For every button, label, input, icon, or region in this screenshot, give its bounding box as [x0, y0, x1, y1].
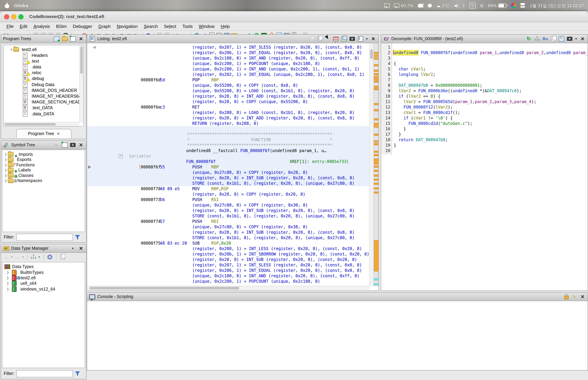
dtm-windows-icon[interactable] [59, 254, 66, 260]
import-symbols-icon[interactable] [62, 142, 68, 148]
graph-icon[interactable] [534, 36, 540, 42]
listing-row[interactable]: (register, 0x207, 1) = INT_SLESS (regist… [87, 45, 369, 50]
dtm-menu-icon[interactable]: ▼ [70, 245, 76, 251]
decompile-line[interactable]: 20 [381, 148, 587, 153]
bookmark-marker[interactable] [374, 283, 379, 285]
change-marker[interactable] [374, 191, 379, 193]
change-marker[interactable] [374, 174, 379, 177]
close-panel-icon[interactable]: ✕ [580, 36, 586, 42]
cursor-location-icon[interactable] [325, 36, 331, 42]
listing-row[interactable]: STORE (const, 0x1b1, 8), (register, 0x20… [87, 235, 369, 241]
bookmark-marker[interactable] [374, 278, 379, 280]
expand-fields-icon[interactable] [333, 36, 339, 42]
tree-item[interactable]: IMAGE_SECTION_HEADI [23, 99, 82, 105]
listing-row[interactable]: (unique, 0x2c200, 1) = POPCOUNT (unique,… [87, 61, 369, 66]
menu-analysis[interactable]: Analysis [30, 23, 53, 29]
close-panel-icon[interactable]: ✕ [78, 36, 84, 42]
decompile-line[interactable]: 7 [381, 77, 587, 83]
menubar-clock[interactable]: 1월 31일 (토) 오전 11:02:27 [530, 2, 584, 9]
listing-row[interactable]: (register, 0x20, 8) = INT_ADD (register,… [87, 115, 369, 121]
menu-bsim[interactable]: BSim [53, 23, 70, 29]
edit-icon[interactable] [558, 36, 565, 42]
filter-funnel-icon[interactable] [75, 235, 80, 240]
listing-view[interactable]: (register, 0x207, 1) = INT_SLESS (regist… [87, 43, 369, 286]
listing-row[interactable]: RETURN (register, 0x288, 8) [87, 121, 369, 126]
decompile-view[interactable]: 12undefined8 FUN_00008f6f(undefined8 par… [381, 43, 587, 290]
menu-help[interactable]: Help [218, 23, 233, 29]
listing-hscroll[interactable] [87, 286, 369, 290]
change-marker[interactable] [374, 55, 379, 57]
notification-bubble-icon[interactable] [428, 4, 432, 7]
snapshot-icon[interactable] [349, 36, 355, 42]
bluetooth-icon[interactable]: ᛒ [463, 3, 465, 8]
link-icon[interactable]: ⧉ [480, 3, 483, 8]
listing-row[interactable]: (register, 0x206, 1) = INT_EQUAL (regist… [87, 268, 369, 273]
tree-item[interactable]: .text_DATA [23, 105, 53, 111]
listing-row[interactable]: ****************************************… [87, 143, 369, 148]
change-marker[interactable] [374, 81, 379, 83]
dtm-item-uefi_x64[interactable]: ❯uefi_x64 [6, 281, 37, 286]
menu-debugger[interactable]: Debugger [70, 23, 95, 29]
menu-tools[interactable]: Tools [179, 23, 196, 29]
battery-status[interactable]: 69% [488, 3, 506, 8]
weather-status[interactable]: ☁2°C [436, 3, 450, 8]
symbol-tree-item-functions[interactable]: ❯fFunctions [4, 162, 35, 168]
listing-row[interactable]: (register, 0x200, 1) = INT_LESS (registe… [87, 246, 369, 251]
decompile-line[interactable]: 6 longlong lVar2; [381, 72, 587, 77]
grammar-status-icon[interactable] [384, 3, 390, 8]
listing-row[interactable]: (unique, 0x2c180, 8) = INT_AND (register… [87, 273, 369, 279]
dtm-gear-icon[interactable] [47, 254, 53, 260]
console-output[interactable] [87, 301, 587, 370]
program-tree-hscroll[interactable] [4, 122, 80, 126]
tree-item[interactable]: .debug [23, 76, 44, 82]
listing-row-instr[interactable]: 00008f6ec3RET [87, 104, 369, 110]
window-titlebar[interactable]: CodeBrowser(2): rust_test:/test2.efi [0, 11, 588, 22]
change-marker[interactable] [374, 188, 379, 190]
tree-item[interactable]: .data_DATA [23, 111, 54, 117]
change-marker[interactable] [374, 109, 379, 111]
listing-row-instr[interactable]: 00008f7457PUSHRDI [87, 219, 369, 224]
change-marker[interactable] [374, 57, 379, 59]
menu-select[interactable]: Select [161, 23, 179, 29]
decompile-line[interactable]: 4{ [381, 61, 587, 66]
decompile-line[interactable]: 12 FUN_00008f12(lVar2); [381, 104, 587, 110]
dtm-header[interactable]: DT Data Type Manager ▼ ✕ [1, 244, 86, 253]
change-marker[interactable] [374, 170, 379, 172]
change-marker[interactable] [374, 73, 379, 75]
change-marker[interactable] [374, 154, 379, 156]
tree-item[interactable]: Headers [23, 52, 48, 58]
new-tree-icon[interactable] [54, 36, 59, 42]
listing-row[interactable]: STORE (const, 0x1b1, 8), (register, 0x20… [87, 213, 369, 219]
listing-row[interactable]: (register, 0x20, 8) = INT_SUB (register,… [87, 208, 369, 213]
tree-item[interactable]: Debug Data [23, 82, 54, 87]
listing-row[interactable]: (register, 0x288, 8) = LOAD (const, 0x1b… [87, 110, 369, 115]
change-marker[interactable] [374, 123, 379, 128]
filter-funnel-icon[interactable] [75, 371, 80, 376]
tab-close-icon[interactable]: ✕ [57, 132, 60, 136]
listing-row[interactable]: (unique, 0x27c80, 8) = COPY (register, 0… [87, 224, 369, 230]
menu-file[interactable]: File [3, 23, 17, 29]
listing-row[interactable]: FUN_00008f6fXREF[1]:entry:0005e733( [87, 159, 369, 164]
symbol-tree-item-exports[interactable]: ❯Exports [4, 157, 32, 162]
dtm-forward-icon[interactable]: → [14, 254, 20, 260]
menu-window[interactable]: Window [196, 23, 218, 29]
decompile-header[interactable]: Cf Decompile: FUN_00008f6f - (test2.efi)… [381, 35, 588, 43]
listing-row[interactable]: undefined8 __fastcall FUN_00008f6f(undef… [87, 148, 369, 153]
control-center-icon[interactable] [520, 3, 525, 8]
listing-row[interactable]: (unique, 0x27c80, 8) = COPY (register, 0… [87, 170, 369, 175]
listing-row[interactable]: * FUNCTION * [87, 137, 369, 143]
import-tree-icon[interactable] [70, 36, 76, 42]
decompile-line[interactable]: 5 char cVar1; [381, 66, 587, 72]
listing-row[interactable]: +Variables [87, 153, 369, 159]
change-marker[interactable] [374, 158, 379, 165]
listing-row[interactable]: (unique, 0x55200, 8) = LOAD (const, 0x1b… [87, 88, 369, 94]
scroll-lock-icon[interactable] [563, 294, 569, 300]
re-decompile-icon[interactable]: ↻ [526, 36, 532, 42]
dtm-conflict-mode-icon[interactable] [31, 254, 37, 260]
change-marker[interactable] [374, 76, 379, 78]
rename-override-toggle[interactable]: Ro [542, 36, 548, 42]
color-app-icon[interactable] [511, 3, 516, 8]
volume-icon[interactable]: ◀)) [454, 3, 458, 8]
runcat-icon[interactable] [418, 4, 423, 7]
change-marker[interactable] [374, 183, 379, 185]
